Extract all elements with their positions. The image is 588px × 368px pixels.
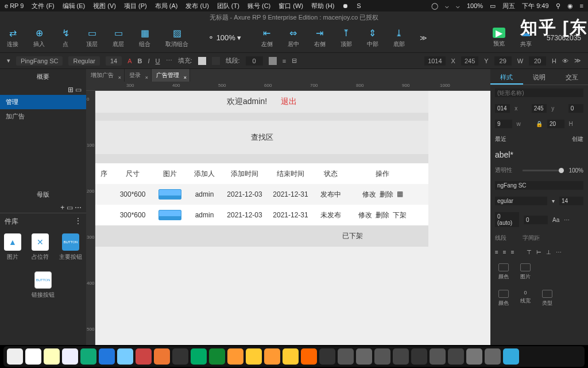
edit-link[interactable]: 修改 (362, 190, 376, 200)
italic-button[interactable]: I (148, 57, 150, 64)
delete-link[interactable]: 删除 (376, 210, 389, 220)
edit-link[interactable]: 修改 (358, 210, 372, 220)
more-icon[interactable]: ⋯ (166, 57, 172, 64)
dock-app[interactable] (209, 348, 225, 365)
dock-app[interactable] (301, 348, 317, 365)
size-w[interactable]: 29 (494, 56, 512, 66)
group-button[interactable]: ▦组合 (139, 27, 150, 48)
menu-icon[interactable]: ≡ (580, 2, 583, 9)
canvas[interactable]: 欢迎admin! 退出 查找区 序 尺寸 图片 添加人 添加时间 结束时间 状态 (95, 91, 490, 345)
line-width[interactable]: 0 (246, 56, 263, 66)
tab-admanage[interactable]: 广告管理× (152, 69, 190, 82)
insp-h[interactable]: 20 (547, 120, 564, 128)
insp-r[interactable]: 0 (568, 104, 583, 113)
border-color-button[interactable]: 颜色 (498, 290, 509, 307)
bottom-button[interactable]: ▭底层 (113, 27, 124, 48)
dock-app[interactable] (246, 348, 262, 365)
account-id[interactable]: 573062035 (547, 34, 581, 42)
dock-app[interactable] (62, 348, 78, 365)
dock-app[interactable] (25, 348, 41, 365)
dock-app[interactable] (264, 348, 280, 365)
circle-icon[interactable]: ◯ (431, 2, 438, 10)
tree-item-manage[interactable]: 管理 (0, 95, 86, 109)
rtab-style[interactable]: 样式 (490, 69, 523, 85)
preview-button[interactable]: ▶预览 (493, 28, 505, 48)
insp-size[interactable]: 14 (559, 197, 583, 205)
text-color[interactable]: A (127, 57, 131, 64)
dock-app[interactable] (154, 348, 170, 365)
tab-addad[interactable]: 增加广告× (86, 69, 125, 82)
dock-app[interactable] (448, 348, 464, 365)
overflow-icon[interactable]: ≫ (420, 34, 427, 42)
more-text-icon[interactable]: ⋯ (564, 217, 570, 223)
create-link[interactable]: 创建 (572, 135, 583, 143)
dock-app[interactable] (44, 348, 60, 365)
share-button[interactable]: ☁共享 (520, 27, 532, 48)
dock-app[interactable] (7, 348, 23, 365)
stop-icon[interactable]: S (357, 2, 361, 9)
tab-login[interactable]: 登录× (125, 69, 152, 82)
lib-link-btn[interactable]: BUTTON链接按钮 (32, 271, 55, 299)
font-dropdown[interactable]: PingFang SC (16, 56, 63, 66)
rtab-ix[interactable]: 交互 (555, 69, 588, 85)
mic-icon[interactable]: ⏺ (342, 2, 349, 9)
lock-icon[interactable]: 🔒 (536, 121, 543, 127)
align-c-icon[interactable]: ≡ (503, 249, 506, 255)
valign-b-icon[interactable]: ⊥ (546, 249, 551, 255)
label-style[interactable]: abel* (495, 150, 513, 159)
border-width-button[interactable]: 0线宽 (520, 290, 531, 307)
top-button[interactable]: ▭顶层 (86, 27, 98, 48)
row-image-thumb[interactable] (158, 210, 181, 220)
lib-image[interactable]: ▲图片 (4, 233, 21, 261)
insp-w[interactable]: 9 (495, 120, 512, 128)
menu-window[interactable]: 窗口 (W) (278, 2, 303, 10)
menu-project[interactable]: 项目 (P) (124, 2, 147, 10)
zoom-dropdown[interactable]: ⚬ 100% ▾ (203, 33, 246, 42)
align-right-button[interactable]: ⇥右侧 (314, 27, 326, 48)
bold-button[interactable]: B (138, 57, 142, 64)
insp-x[interactable]: 014 (495, 104, 510, 113)
dock-app[interactable] (485, 348, 501, 365)
dock-app[interactable] (338, 348, 354, 365)
fill-swatch2[interactable] (212, 57, 220, 65)
lib-menu-icon[interactable]: ⋮ (75, 217, 82, 227)
dock-app[interactable] (80, 348, 96, 365)
insp-y[interactable]: 245 (532, 104, 547, 113)
dock-app[interactable] (136, 348, 152, 365)
menu-help[interactable]: 帮助 (H) (311, 2, 334, 10)
insp-lh[interactable]: 0 (auto) (495, 212, 519, 227)
connect-button[interactable]: ⇄连接 (7, 27, 18, 48)
border-type-button[interactable]: 类型 (542, 290, 552, 307)
visibility-icon[interactable]: 👁 (562, 57, 568, 64)
align-l-icon[interactable]: ≡ (495, 249, 498, 255)
lib-primary-btn[interactable]: BUTTON主要按钮 (59, 233, 82, 261)
insp-weight[interactable]: egular (495, 197, 547, 205)
app-name[interactable]: e RP 9 (5, 2, 24, 9)
dock-app[interactable] (503, 348, 519, 365)
menu-team[interactable]: 团队 (T) (217, 2, 239, 10)
menu-edit[interactable]: 编辑 (E) (63, 2, 86, 10)
align-r-icon[interactable]: ≡ (511, 249, 514, 255)
dock-app[interactable] (430, 348, 446, 365)
tree-item-addad[interactable]: 加广告 (0, 109, 86, 124)
menu-layout[interactable]: 布局 (A) (155, 2, 178, 10)
dock-app[interactable] (356, 348, 372, 365)
offshelf-link[interactable]: 下架 (393, 210, 407, 220)
wifi-icon[interactable]: ⌵ (456, 2, 460, 10)
logout-link[interactable]: 退出 (281, 97, 297, 106)
line-swatch[interactable] (269, 57, 277, 65)
menu-view[interactable]: 视图 (V) (93, 2, 116, 10)
dock-app[interactable] (466, 348, 482, 365)
size-dropdown[interactable]: 14 (106, 56, 122, 66)
dock-app[interactable] (411, 348, 427, 365)
search-icon[interactable]: ⚲ (556, 2, 560, 10)
fill-swatch[interactable] (198, 57, 206, 65)
align-middle-button[interactable]: ⇕中部 (367, 27, 378, 48)
size-h[interactable]: 20 (529, 56, 546, 66)
align-left-button[interactable]: ⇤左侧 (261, 27, 273, 48)
align-top-button[interactable]: ⤒顶部 (341, 27, 352, 48)
master-folder-icon[interactable]: ▭ (67, 204, 73, 212)
underline-button[interactable]: U (156, 57, 160, 64)
overflow2-icon[interactable]: ≫ (574, 57, 581, 64)
pos-x[interactable]: 1014 (424, 56, 445, 66)
